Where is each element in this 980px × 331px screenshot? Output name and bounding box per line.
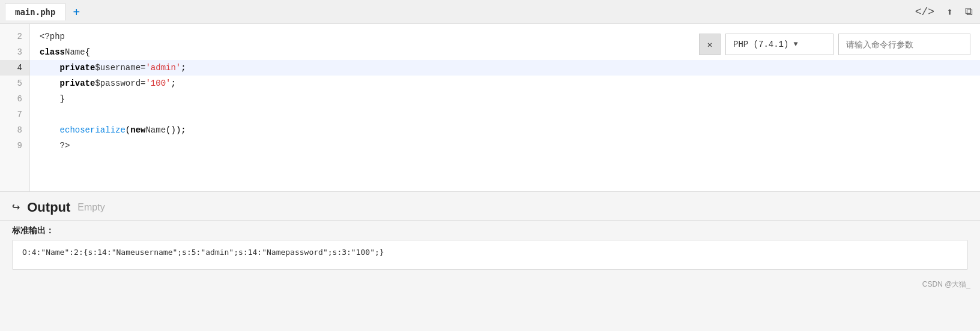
code-line [30,107,980,122]
line-number: 4 [0,60,29,76]
line-numbers: 23456789 [0,24,30,191]
code-line: } [30,91,980,107]
line-number: 5 [0,76,29,91]
cmd-args-input[interactable] [838,34,970,55]
line-number: 6 [0,91,29,107]
code-line: ?> [30,138,980,154]
code-icon[interactable]: </> [913,4,937,20]
editor-container: 23456789 <?phpclass Name{ private $usern… [0,24,980,192]
stdout-label: 标准输出： [12,225,968,236]
output-icon: ↪ [12,199,20,215]
toolbar-overlay: ✕ PHP (7.4.1) ▼ [699,34,970,55]
share-icon[interactable]: ⧉ [963,4,975,20]
tab-bar: main.php + </> ⬆ ⧉ [0,0,980,24]
language-select[interactable]: PHP (7.4.1) ▼ [725,34,833,55]
footer-text: CSDN @大猫_ [922,279,970,290]
line-number: 8 [0,122,29,138]
line-number: 2 [0,29,29,44]
output-section: ↪ Output Empty [0,192,980,221]
language-label: PHP (7.4.1) [733,40,788,49]
line-number: 7 [0,107,29,122]
close-icon: ✕ [707,40,712,50]
line-number: 3 [0,44,29,60]
output-header: ↪ Output Empty [12,199,968,215]
output-status: Empty [77,202,104,213]
tab-main-php[interactable]: main.php [5,3,65,20]
close-button[interactable]: ✕ [699,34,721,55]
add-tab-button[interactable]: + [68,4,85,20]
upload-icon[interactable]: ⬆ [944,3,955,21]
tab-right-icons: </> ⬆ ⧉ [913,3,975,21]
code-line: private $password = '100'; [30,76,980,91]
line-number: 9 [0,138,29,154]
code-line: private $username = 'admin'; [30,60,980,76]
chevron-down-icon: ▼ [793,40,797,49]
tab-left: main.php + [5,3,85,20]
stdout-section: 标准输出： O:4:"Name":2:{s:14:"Nameusername";… [0,221,980,277]
output-title: Output [27,200,70,215]
stdout-box: O:4:"Name":2:{s:14:"Nameusername";s:5:"a… [12,240,968,270]
tab-filename: main.php [15,7,55,17]
code-line: echo serialize(new Name()); [30,122,980,138]
footer: CSDN @大猫_ [0,277,980,292]
